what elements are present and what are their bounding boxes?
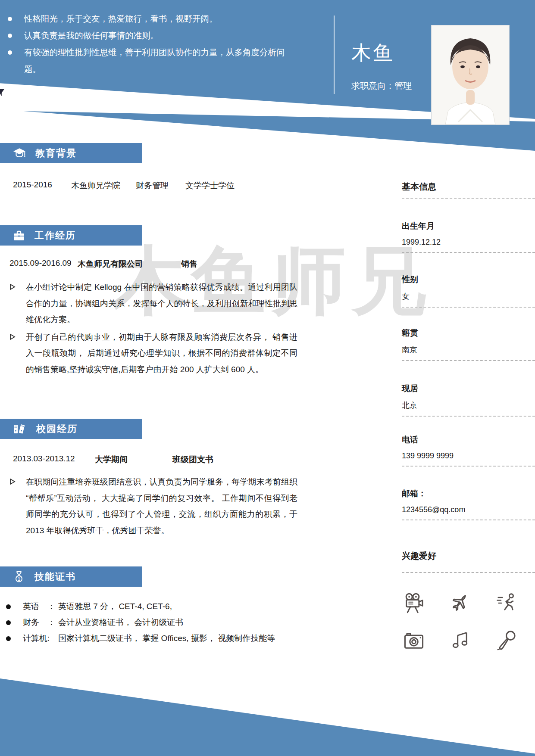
arrow-bullet-icon: [9, 474, 26, 538]
dashed-divider: [402, 198, 535, 199]
campus-bullets: 在职期间注重培养班级团结意识，认真负责为同学服务，每学期末考前组织“帮帮乐”互动…: [9, 474, 297, 538]
hobbies-title: 兴趣爱好: [402, 550, 535, 562]
section-title: 教育背景: [35, 147, 77, 160]
microphone-icon: [495, 629, 517, 653]
left-edge-mark: [0, 89, 4, 96]
resume-page: 性格阳光，乐于交友，热爱旅行，看书，视野开阔。 认真负责是我的做任何事情的准则。…: [0, 0, 535, 756]
campus-role: 班级团支书: [172, 454, 213, 465]
skill-label: 英语 ：: [23, 601, 58, 612]
summary-text: 性格阳光，乐于交友，热爱旅行，看书，视野开阔。: [24, 14, 218, 23]
section-bar-work: 工作经历: [0, 225, 142, 246]
header-divider: [334, 16, 335, 94]
summary-item: 性格阳光，乐于交友，热爱旅行，看书，视野开阔。: [8, 10, 292, 27]
profile-label: 籍贯: [402, 327, 535, 339]
profile-value: 北京: [402, 400, 535, 411]
books-icon: [13, 423, 27, 435]
bullet-dot-icon: [6, 604, 11, 609]
summary-item: 有较强的理性批判性思维，善于利用团队协作的力量，从多角度分析问题。: [8, 44, 292, 78]
campus-bullet-item: 在职期间注重培养班级团结意识，认真负责为同学服务，每学期末考前组织“帮帮乐”互动…: [9, 474, 297, 538]
bullet-dot-icon: [8, 50, 12, 55]
skill-item-computer: 计算机: 国家计算机二级证书， 掌握 Offices, 摄影， 视频制作技能等: [6, 633, 275, 644]
profile-label: 电话: [402, 434, 535, 445]
bullet-dot-icon: [6, 620, 11, 625]
profile-title: 基本信息: [402, 181, 535, 193]
work-bullet-text: 在小组讨论中制定 Kellogg 在中国的营销策略获得优秀成绩。通过利用团队合作…: [26, 279, 297, 328]
summary-list: 性格阳光，乐于交友，热爱旅行，看书，视野开阔。 认真负责是我的做任何事情的准则。…: [8, 10, 301, 78]
dashed-divider: [402, 416, 535, 417]
work-company: 木鱼师兄有限公司: [78, 258, 143, 270]
dashed-divider: [402, 572, 535, 573]
profile-section-header: 基本信息: [402, 181, 535, 199]
skill-value: 英语雅思 7 分， CET-4, CET-6,: [58, 601, 172, 612]
section-title: 技能证书: [34, 570, 76, 583]
graduation-cap-icon: [13, 148, 26, 159]
running-icon: [495, 592, 517, 616]
skill-item-english: 英语 ： 英语雅思 7 分， CET-4, CET-6,: [6, 601, 172, 612]
profile-value: 1999.12.12: [402, 238, 535, 247]
campus-period: 2013.03-2013.12: [13, 454, 75, 464]
campus-place: 大学期间: [95, 454, 128, 465]
skill-value: 会计从业资格证书， 会计初级证书: [58, 617, 183, 628]
education-school: 木鱼师兄学院: [71, 180, 120, 191]
svg-text:1: 1: [18, 577, 20, 582]
skill-value: 国家计算机二级证书， 掌握 Offices, 摄影， 视频制作技能等: [58, 633, 275, 644]
summary-text: 认真负责是我的做任何事情的准则。: [24, 31, 159, 40]
summary-item: 认真负责是我的做任何事情的准则。: [8, 27, 292, 44]
dashed-divider: [402, 466, 535, 467]
profile-item-hometown: 籍贯 南京: [402, 327, 535, 361]
profile-item-email: 邮箱： 1234556@qq.com: [402, 488, 535, 520]
job-intent: 求职意向：管理: [351, 80, 412, 92]
airplane-icon: [448, 592, 471, 616]
work-bullets: 在小组讨论中制定 Kellogg 在中国的营销策略获得优秀成绩。通过利用团队合作…: [9, 279, 297, 377]
education-period: 2015-2016: [13, 180, 52, 190]
camera-icon: [403, 629, 425, 653]
profile-value: 南京: [402, 345, 535, 355]
education-degree: 文学学士学位: [185, 180, 235, 191]
profile-item-residence: 现居 北京: [402, 383, 535, 417]
bullet-dot-icon: [8, 17, 12, 21]
section-bar-education: 教育背景: [0, 143, 142, 163]
profile-item-phone: 电话 139 9999 9999: [402, 434, 535, 467]
profile-label: 现居: [402, 383, 535, 394]
briefcase-icon: [13, 230, 25, 241]
arrow-bullet-icon: [9, 329, 26, 378]
video-camera-icon: [403, 592, 425, 616]
campus-bullet-text: 在职期间注重培养班级团结意识，认真负责为同学服务，每学期末考前组织“帮帮乐”互动…: [26, 474, 297, 538]
dashed-divider: [402, 520, 535, 520]
footer-wedge: [0, 678, 535, 756]
profile-value: 女: [402, 291, 535, 302]
bullet-dot-icon: [8, 34, 12, 38]
dashed-divider: [402, 252, 535, 253]
section-title: 工作经历: [34, 229, 76, 242]
skill-label: 计算机:: [23, 633, 58, 644]
work-position: 销售: [181, 258, 197, 270]
profile-label: 邮箱：: [402, 488, 535, 499]
section-title: 校园经历: [36, 423, 78, 436]
arrow-bullet-icon: [9, 279, 26, 328]
profile-item-gender: 性别 女: [402, 274, 535, 308]
medal-icon: 1: [13, 571, 25, 583]
summary-text: 有较强的理性批判性思维，善于利用团队协作的力量，从多角度分析问题。: [24, 47, 285, 74]
profile-label: 出生年月: [402, 221, 535, 232]
profile-item-birth: 出生年月 1999.12.12: [402, 221, 535, 253]
profile-value: 1234556@qq.com: [402, 505, 535, 514]
section-bar-skills: 1 技能证书: [0, 566, 142, 587]
work-bullet-text: 开创了自己的代购事业，初期由于人脉有限及顾客消费层次各异， 销售进入一段瓶颈期，…: [26, 329, 297, 378]
music-note-icon: [448, 629, 471, 653]
profile-label: 性别: [402, 274, 535, 285]
work-bullet-item: 在小组讨论中制定 Kellogg 在中国的营销策略获得优秀成绩。通过利用团队合作…: [9, 279, 297, 328]
portrait-illustration: [432, 25, 509, 124]
hobbies-section-header: 兴趣爱好: [402, 550, 535, 573]
work-period: 2015.09-2016.09: [9, 258, 72, 268]
profile-photo: [431, 25, 510, 125]
bullet-dot-icon: [6, 636, 11, 641]
profile-value: 139 9999 9999: [402, 451, 535, 460]
skill-label: 财务 ：: [23, 617, 58, 628]
section-bar-campus: 校园经历: [0, 419, 142, 439]
education-major: 财务管理: [136, 180, 169, 191]
work-bullet-item: 开创了自己的代购事业，初期由于人脉有限及顾客消费层次各异， 销售进入一段瓶颈期，…: [9, 329, 297, 378]
dashed-divider: [402, 307, 535, 308]
candidate-name: 木鱼: [351, 40, 394, 66]
dashed-divider: [402, 360, 535, 361]
skill-item-finance: 财务 ： 会计从业资格证书， 会计初级证书: [6, 617, 183, 628]
